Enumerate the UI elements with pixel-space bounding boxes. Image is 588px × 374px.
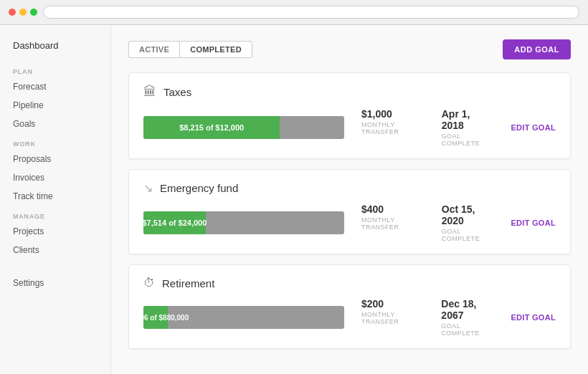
sidebar-item-forecast[interactable]: Forecast	[0, 77, 110, 96]
goal-header-emergency-fund: ↘ Emergency fund	[143, 181, 556, 195]
goal-title-retirement: Retirement	[162, 277, 214, 289]
progress-fill-retirement: $10,506 of $880,000	[143, 306, 168, 329]
main-content: ACTIVE COMPLETED ADD GOAL 🏛 Taxes $8,215…	[111, 25, 588, 374]
sidebar-section-plan: PLAN	[0, 61, 110, 77]
goal-icon-emergency-fund: ↘	[143, 181, 153, 195]
info-date-emergency-fund: Oct 15, 2020 GOAL COMPLETE	[442, 203, 490, 242]
progress-label-taxes: $8,215 of $12,000	[172, 123, 251, 132]
goal-header-retirement: ⏱ Retirement	[143, 277, 556, 289]
goal-body-taxes: $8,215 of $12,000 $1,000 MONTHLY TRANSFE…	[143, 108, 556, 147]
progress-label-retirement: $10,506 of $880,000	[143, 314, 196, 322]
address-bar[interactable]	[43, 6, 579, 19]
goal-info-taxes: $1,000 MONTHLY TRANSFER Apr 1, 2018 GOAL…	[361, 108, 556, 147]
sidebar-item-clients[interactable]: Clients	[0, 241, 110, 259]
sidebar-item-projects[interactable]: Projects	[0, 222, 110, 241]
transfer-value-emergency-fund: $400	[361, 203, 420, 215]
app-container: Dashboard PLAN Forecast Pipeline Goals W…	[0, 25, 588, 374]
sidebar-item-goals[interactable]: Goals	[0, 115, 110, 133]
transfer-label-taxes: MONTHLY TRANSFER	[361, 121, 420, 135]
goals-list: 🏛 Taxes $8,215 of $12,000 $1,000	[128, 72, 571, 349]
info-transfer-emergency-fund: $400 MONTHLY TRANSFER	[361, 203, 420, 242]
traffic-light-green[interactable]	[30, 9, 37, 16]
progress-bar-emergency-fund: $7,514 of $24,000	[143, 211, 344, 234]
info-date-retirement: Dec 18, 2067 GOAL COMPLETE	[441, 298, 489, 337]
sidebar-item-invoices[interactable]: Invoices	[0, 168, 110, 187]
tab-bar: ACTIVE COMPLETED ADD GOAL	[128, 39, 571, 59]
date-value-taxes: Apr 1, 2018	[442, 108, 490, 131]
goal-card-retirement: ⏱ Retirement $10,506 of $880,000 $200	[128, 264, 571, 349]
goal-title-taxes: Taxes	[163, 86, 191, 98]
date-value-retirement: Dec 18, 2067	[441, 298, 489, 321]
traffic-lights	[9, 9, 37, 16]
goal-body-emergency-fund: $7,514 of $24,000 $400 MONTHLY TRANSFER …	[143, 203, 556, 242]
info-date-taxes: Apr 1, 2018 GOAL COMPLETE	[442, 108, 490, 147]
progress-section-taxes: $8,215 of $12,000	[143, 116, 344, 139]
tab-completed[interactable]: COMPLETED	[179, 41, 252, 58]
sidebar-item-settings[interactable]: Settings	[0, 274, 110, 292]
goal-title-emergency-fund: Emergency fund	[160, 182, 238, 194]
goal-icon-taxes: 🏛	[143, 85, 156, 100]
sidebar-section-work: WORK	[0, 133, 110, 150]
add-goal-button[interactable]: ADD GOAL	[503, 39, 571, 59]
goal-icon-retirement: ⏱	[143, 277, 155, 289]
sidebar-item-proposals[interactable]: Proposals	[0, 150, 110, 168]
progress-bar-taxes: $8,215 of $12,000	[143, 116, 344, 139]
goal-header-taxes: 🏛 Taxes	[143, 85, 556, 100]
tabs: ACTIVE COMPLETED	[128, 41, 252, 58]
progress-section-emergency-fund: $7,514 of $24,000	[143, 211, 344, 234]
info-transfer-taxes: $1,000 MONTHLY TRANSFER	[361, 108, 420, 147]
date-label-emergency-fund: GOAL COMPLETE	[442, 228, 490, 242]
traffic-light-yellow[interactable]	[19, 9, 27, 16]
transfer-label-retirement: MONTHLY TRANSFER	[361, 311, 419, 325]
date-label-retirement: GOAL COMPLETE	[441, 322, 489, 337]
tab-active[interactable]: ACTIVE	[128, 41, 179, 58]
browser-chrome	[0, 0, 588, 25]
info-transfer-retirement: $200 MONTHLY TRANSFER	[361, 298, 419, 337]
edit-goal-button-emergency-fund[interactable]: EDIT GOAL	[511, 203, 556, 242]
sidebar-item-track-time[interactable]: Track time	[0, 187, 110, 206]
transfer-value-retirement: $200	[361, 298, 419, 310]
progress-fill-emergency-fund: $7,514 of $24,000	[143, 211, 206, 234]
progress-fill-taxes: $8,215 of $12,000	[143, 116, 280, 139]
goal-card-taxes: 🏛 Taxes $8,215 of $12,000 $1,000	[128, 72, 571, 159]
date-label-taxes: GOAL COMPLETE	[442, 133, 490, 147]
progress-section-retirement: $10,506 of $880,000	[143, 306, 344, 329]
progress-label-emergency-fund: $7,514 of $24,000	[143, 219, 214, 227]
goal-info-emergency-fund: $400 MONTHLY TRANSFER Oct 15, 2020 GOAL …	[361, 203, 556, 242]
goal-card-emergency-fund: ↘ Emergency fund $7,514 of $24,000 $400	[128, 169, 571, 254]
edit-goal-button-taxes[interactable]: EDIT GOAL	[511, 108, 556, 147]
traffic-light-red[interactable]	[9, 9, 16, 16]
transfer-label-emergency-fund: MONTHLY TRANSFER	[361, 216, 420, 231]
edit-goal-button-retirement[interactable]: EDIT GOAL	[511, 298, 556, 337]
sidebar-item-dashboard[interactable]: Dashboard	[0, 36, 110, 55]
sidebar: Dashboard PLAN Forecast Pipeline Goals W…	[0, 25, 111, 374]
sidebar-section-manage: MANAGE	[0, 206, 110, 222]
progress-bar-retirement: $10,506 of $880,000	[143, 306, 344, 329]
goal-info-retirement: $200 MONTHLY TRANSFER Dec 18, 2067 GOAL …	[361, 298, 556, 337]
date-value-emergency-fund: Oct 15, 2020	[442, 203, 490, 226]
goal-body-retirement: $10,506 of $880,000 $200 MONTHLY TRANSFE…	[143, 298, 556, 337]
sidebar-item-pipeline[interactable]: Pipeline	[0, 96, 110, 115]
transfer-value-taxes: $1,000	[361, 108, 420, 120]
